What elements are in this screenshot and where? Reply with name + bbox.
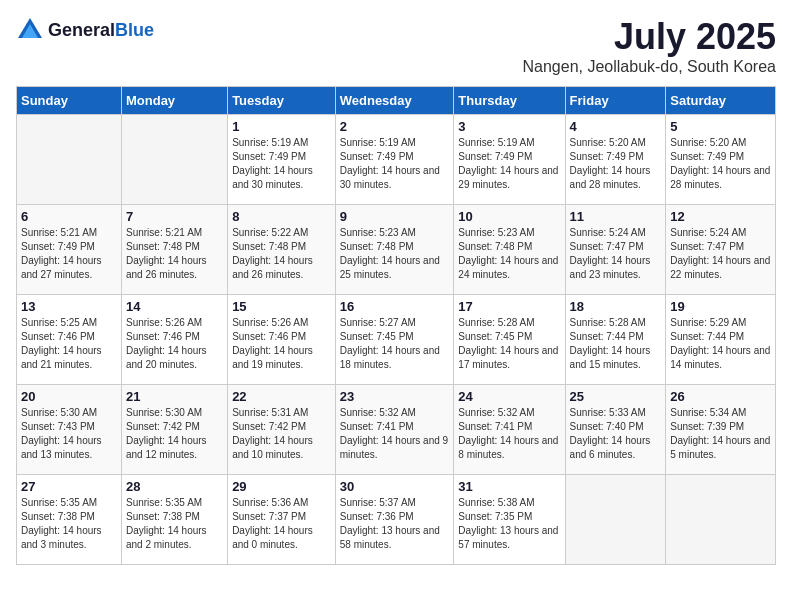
day-number: 23 [340, 389, 450, 404]
calendar-cell: 4Sunrise: 5:20 AM Sunset: 7:49 PM Daylig… [565, 115, 666, 205]
day-number: 31 [458, 479, 560, 494]
day-info: Sunrise: 5:19 AM Sunset: 7:49 PM Dayligh… [458, 136, 560, 192]
day-info: Sunrise: 5:19 AM Sunset: 7:49 PM Dayligh… [340, 136, 450, 192]
calendar-cell: 16Sunrise: 5:27 AM Sunset: 7:45 PM Dayli… [335, 295, 454, 385]
calendar-cell: 6Sunrise: 5:21 AM Sunset: 7:49 PM Daylig… [17, 205, 122, 295]
calendar-cell: 8Sunrise: 5:22 AM Sunset: 7:48 PM Daylig… [228, 205, 336, 295]
day-info: Sunrise: 5:29 AM Sunset: 7:44 PM Dayligh… [670, 316, 771, 372]
day-info: Sunrise: 5:30 AM Sunset: 7:43 PM Dayligh… [21, 406, 117, 462]
weekday-header-tuesday: Tuesday [228, 87, 336, 115]
calendar-cell: 27Sunrise: 5:35 AM Sunset: 7:38 PM Dayli… [17, 475, 122, 565]
day-number: 5 [670, 119, 771, 134]
day-number: 18 [570, 299, 662, 314]
title-area: July 2025 Nangen, Jeollabuk-do, South Ko… [522, 16, 776, 76]
calendar-cell: 23Sunrise: 5:32 AM Sunset: 7:41 PM Dayli… [335, 385, 454, 475]
day-info: Sunrise: 5:28 AM Sunset: 7:44 PM Dayligh… [570, 316, 662, 372]
logo-blue: Blue [115, 20, 154, 40]
day-number: 9 [340, 209, 450, 224]
header: GeneralBlue July 2025 Nangen, Jeollabuk-… [16, 16, 776, 76]
calendar-cell: 9Sunrise: 5:23 AM Sunset: 7:48 PM Daylig… [335, 205, 454, 295]
day-info: Sunrise: 5:21 AM Sunset: 7:49 PM Dayligh… [21, 226, 117, 282]
day-info: Sunrise: 5:34 AM Sunset: 7:39 PM Dayligh… [670, 406, 771, 462]
day-info: Sunrise: 5:27 AM Sunset: 7:45 PM Dayligh… [340, 316, 450, 372]
calendar-cell: 22Sunrise: 5:31 AM Sunset: 7:42 PM Dayli… [228, 385, 336, 475]
day-number: 2 [340, 119, 450, 134]
day-number: 22 [232, 389, 331, 404]
day-number: 8 [232, 209, 331, 224]
calendar-table: SundayMondayTuesdayWednesdayThursdayFrid… [16, 86, 776, 565]
calendar-cell: 5Sunrise: 5:20 AM Sunset: 7:49 PM Daylig… [666, 115, 776, 205]
calendar-cell: 18Sunrise: 5:28 AM Sunset: 7:44 PM Dayli… [565, 295, 666, 385]
weekday-header-wednesday: Wednesday [335, 87, 454, 115]
weekday-header-friday: Friday [565, 87, 666, 115]
calendar-cell: 19Sunrise: 5:29 AM Sunset: 7:44 PM Dayli… [666, 295, 776, 385]
calendar-cell: 12Sunrise: 5:24 AM Sunset: 7:47 PM Dayli… [666, 205, 776, 295]
calendar-cell: 15Sunrise: 5:26 AM Sunset: 7:46 PM Dayli… [228, 295, 336, 385]
calendar-cell: 7Sunrise: 5:21 AM Sunset: 7:48 PM Daylig… [121, 205, 227, 295]
day-number: 3 [458, 119, 560, 134]
calendar-cell: 30Sunrise: 5:37 AM Sunset: 7:36 PM Dayli… [335, 475, 454, 565]
day-number: 15 [232, 299, 331, 314]
main-title: July 2025 [522, 16, 776, 58]
calendar-cell: 2Sunrise: 5:19 AM Sunset: 7:49 PM Daylig… [335, 115, 454, 205]
weekday-header-monday: Monday [121, 87, 227, 115]
calendar-cell [565, 475, 666, 565]
logo: GeneralBlue [16, 16, 154, 44]
calendar-cell: 3Sunrise: 5:19 AM Sunset: 7:49 PM Daylig… [454, 115, 565, 205]
day-info: Sunrise: 5:32 AM Sunset: 7:41 PM Dayligh… [458, 406, 560, 462]
day-info: Sunrise: 5:32 AM Sunset: 7:41 PM Dayligh… [340, 406, 450, 462]
day-number: 21 [126, 389, 223, 404]
calendar-cell: 21Sunrise: 5:30 AM Sunset: 7:42 PM Dayli… [121, 385, 227, 475]
day-info: Sunrise: 5:28 AM Sunset: 7:45 PM Dayligh… [458, 316, 560, 372]
day-info: Sunrise: 5:24 AM Sunset: 7:47 PM Dayligh… [570, 226, 662, 282]
day-info: Sunrise: 5:25 AM Sunset: 7:46 PM Dayligh… [21, 316, 117, 372]
day-number: 13 [21, 299, 117, 314]
day-number: 28 [126, 479, 223, 494]
day-info: Sunrise: 5:23 AM Sunset: 7:48 PM Dayligh… [340, 226, 450, 282]
weekday-header-thursday: Thursday [454, 87, 565, 115]
calendar-week-5: 27Sunrise: 5:35 AM Sunset: 7:38 PM Dayli… [17, 475, 776, 565]
day-number: 6 [21, 209, 117, 224]
day-number: 17 [458, 299, 560, 314]
calendar-week-1: 1Sunrise: 5:19 AM Sunset: 7:49 PM Daylig… [17, 115, 776, 205]
weekday-header-row: SundayMondayTuesdayWednesdayThursdayFrid… [17, 87, 776, 115]
day-number: 10 [458, 209, 560, 224]
day-info: Sunrise: 5:19 AM Sunset: 7:49 PM Dayligh… [232, 136, 331, 192]
calendar-cell: 1Sunrise: 5:19 AM Sunset: 7:49 PM Daylig… [228, 115, 336, 205]
calendar-cell: 29Sunrise: 5:36 AM Sunset: 7:37 PM Dayli… [228, 475, 336, 565]
calendar-cell: 28Sunrise: 5:35 AM Sunset: 7:38 PM Dayli… [121, 475, 227, 565]
day-info: Sunrise: 5:35 AM Sunset: 7:38 PM Dayligh… [21, 496, 117, 552]
day-number: 12 [670, 209, 771, 224]
day-info: Sunrise: 5:26 AM Sunset: 7:46 PM Dayligh… [232, 316, 331, 372]
day-info: Sunrise: 5:33 AM Sunset: 7:40 PM Dayligh… [570, 406, 662, 462]
day-info: Sunrise: 5:21 AM Sunset: 7:48 PM Dayligh… [126, 226, 223, 282]
calendar-week-3: 13Sunrise: 5:25 AM Sunset: 7:46 PM Dayli… [17, 295, 776, 385]
day-info: Sunrise: 5:23 AM Sunset: 7:48 PM Dayligh… [458, 226, 560, 282]
day-number: 26 [670, 389, 771, 404]
day-info: Sunrise: 5:20 AM Sunset: 7:49 PM Dayligh… [670, 136, 771, 192]
day-number: 16 [340, 299, 450, 314]
day-info: Sunrise: 5:37 AM Sunset: 7:36 PM Dayligh… [340, 496, 450, 552]
day-number: 29 [232, 479, 331, 494]
calendar-cell: 20Sunrise: 5:30 AM Sunset: 7:43 PM Dayli… [17, 385, 122, 475]
calendar-cell: 14Sunrise: 5:26 AM Sunset: 7:46 PM Dayli… [121, 295, 227, 385]
day-info: Sunrise: 5:24 AM Sunset: 7:47 PM Dayligh… [670, 226, 771, 282]
day-info: Sunrise: 5:30 AM Sunset: 7:42 PM Dayligh… [126, 406, 223, 462]
day-info: Sunrise: 5:35 AM Sunset: 7:38 PM Dayligh… [126, 496, 223, 552]
logo-general: General [48, 20, 115, 40]
weekday-header-saturday: Saturday [666, 87, 776, 115]
calendar-cell: 26Sunrise: 5:34 AM Sunset: 7:39 PM Dayli… [666, 385, 776, 475]
day-info: Sunrise: 5:22 AM Sunset: 7:48 PM Dayligh… [232, 226, 331, 282]
day-number: 14 [126, 299, 223, 314]
day-info: Sunrise: 5:20 AM Sunset: 7:49 PM Dayligh… [570, 136, 662, 192]
day-number: 25 [570, 389, 662, 404]
calendar-week-4: 20Sunrise: 5:30 AM Sunset: 7:43 PM Dayli… [17, 385, 776, 475]
logo-icon [16, 16, 44, 44]
calendar-cell [121, 115, 227, 205]
calendar-cell: 31Sunrise: 5:38 AM Sunset: 7:35 PM Dayli… [454, 475, 565, 565]
calendar-cell: 11Sunrise: 5:24 AM Sunset: 7:47 PM Dayli… [565, 205, 666, 295]
calendar-cell: 13Sunrise: 5:25 AM Sunset: 7:46 PM Dayli… [17, 295, 122, 385]
calendar-cell: 10Sunrise: 5:23 AM Sunset: 7:48 PM Dayli… [454, 205, 565, 295]
day-number: 1 [232, 119, 331, 134]
day-number: 20 [21, 389, 117, 404]
